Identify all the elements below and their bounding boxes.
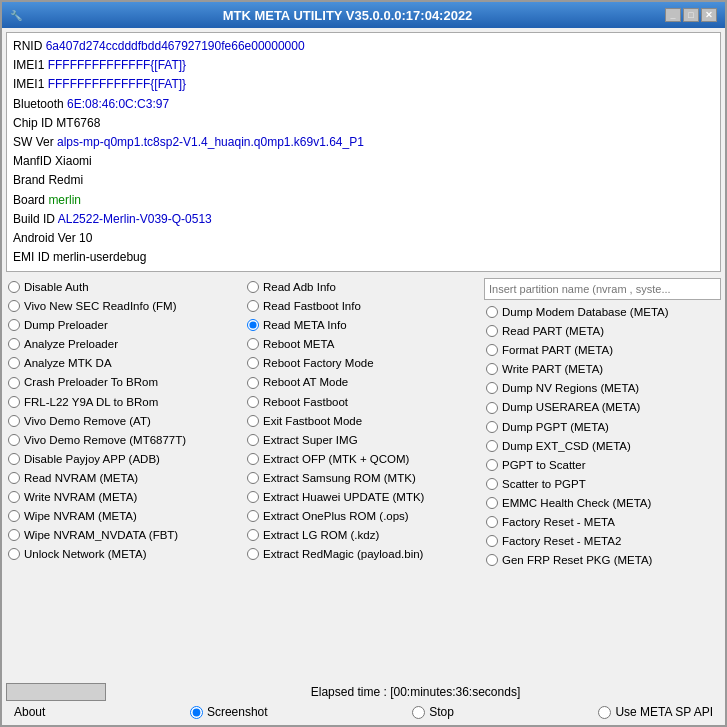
radio-item-exit_fastboot[interactable]: Exit Fastboot Mode	[245, 412, 482, 430]
radio-item-read_adb[interactable]: Read Adb Info	[245, 278, 482, 296]
radio-factory_reset2[interactable]	[486, 535, 498, 547]
radio-item-vivo_sec[interactable]: Vivo New SEC ReadInfo (FM)	[6, 297, 243, 315]
close-button[interactable]: ✕	[701, 8, 717, 22]
use-meta-item[interactable]: Use META SP API	[598, 705, 713, 719]
radio-item-wipe_nvram_nvdata[interactable]: Wipe NVRAM_NVDATA (FBT)	[6, 526, 243, 544]
radio-item-read_nvram[interactable]: Read NVRAM (META)	[6, 469, 243, 487]
radio-extract_huawei[interactable]	[247, 491, 259, 503]
stop-radio[interactable]	[412, 706, 425, 719]
radio-extract_ofp[interactable]	[247, 453, 259, 465]
radio-item-disable_payjoy[interactable]: Disable Payjoy APP (ADB)	[6, 450, 243, 468]
radio-dump_nv_regions[interactable]	[486, 382, 498, 394]
label-dump_userarea[interactable]: Dump USERAREA (META)	[502, 399, 640, 415]
radio-vivo_demo_mt[interactable]	[8, 434, 20, 446]
label-extract_oneplus[interactable]: Extract OnePlus ROM (.ops)	[263, 508, 409, 524]
radio-format_part[interactable]	[486, 344, 498, 356]
label-extract_super[interactable]: Extract Super IMG	[263, 432, 358, 448]
radio-item-reboot_fastboot[interactable]: Reboot Fastboot	[245, 393, 482, 411]
label-gen_frp[interactable]: Gen FRP Reset PKG (META)	[502, 552, 652, 568]
radio-item-emmc_health[interactable]: EMMC Health Check (META)	[484, 494, 721, 512]
radio-disable_auth[interactable]	[8, 281, 20, 293]
radio-item-reboot_factory[interactable]: Reboot Factory Mode	[245, 354, 482, 372]
label-wipe_nvram_nvdata[interactable]: Wipe NVRAM_NVDATA (FBT)	[24, 527, 178, 543]
label-exit_fastboot[interactable]: Exit Fastboot Mode	[263, 413, 362, 429]
stop-label[interactable]: Stop	[429, 705, 454, 719]
radio-item-write_nvram[interactable]: Write NVRAM (META)	[6, 488, 243, 506]
label-reboot_meta[interactable]: Reboot META	[263, 336, 334, 352]
radio-dump_preloader[interactable]	[8, 319, 20, 331]
radio-item-format_part[interactable]: Format PART (META)	[484, 341, 721, 359]
label-extract_redmagic[interactable]: Extract RedMagic (payload.bin)	[263, 546, 423, 562]
label-disable_auth[interactable]: Disable Auth	[24, 279, 89, 295]
radio-item-extract_samsung[interactable]: Extract Samsung ROM (MTK)	[245, 469, 482, 487]
radio-item-wipe_nvram[interactable]: Wipe NVRAM (META)	[6, 507, 243, 525]
radio-crash_preloader[interactable]	[8, 377, 20, 389]
label-crash_preloader[interactable]: Crash Preloader To BRom	[24, 374, 158, 390]
radio-write_part[interactable]	[486, 363, 498, 375]
radio-exit_fastboot[interactable]	[247, 415, 259, 427]
label-reboot_factory[interactable]: Reboot Factory Mode	[263, 355, 374, 371]
label-read_adb[interactable]: Read Adb Info	[263, 279, 336, 295]
label-vivo_demo_mt[interactable]: Vivo Demo Remove (MT6877T)	[24, 432, 186, 448]
radio-dump_userarea[interactable]	[486, 402, 498, 414]
radio-unlock_network[interactable]	[8, 548, 20, 560]
label-write_part[interactable]: Write PART (META)	[502, 361, 603, 377]
radio-item-disable_auth[interactable]: Disable Auth	[6, 278, 243, 296]
radio-item-vivo_demo_at[interactable]: Vivo Demo Remove (AT)	[6, 412, 243, 430]
radio-reboot_meta[interactable]	[247, 338, 259, 350]
radio-scatter_pgpt[interactable]	[486, 478, 498, 490]
label-dump_nv_regions[interactable]: Dump NV Regions (META)	[502, 380, 639, 396]
radio-item-gen_frp[interactable]: Gen FRP Reset PKG (META)	[484, 551, 721, 569]
use-meta-radio[interactable]	[598, 706, 611, 719]
radio-reboot_at[interactable]	[247, 377, 259, 389]
label-format_part[interactable]: Format PART (META)	[502, 342, 613, 358]
label-dump_preloader[interactable]: Dump Preloader	[24, 317, 108, 333]
label-write_nvram[interactable]: Write NVRAM (META)	[24, 489, 137, 505]
label-analyze_preloader[interactable]: Analyze Preloader	[24, 336, 118, 352]
screenshot-radio[interactable]	[190, 706, 203, 719]
screenshot-item[interactable]: Screenshot	[190, 705, 268, 719]
label-emmc_health[interactable]: EMMC Health Check (META)	[502, 495, 651, 511]
radio-item-extract_super[interactable]: Extract Super IMG	[245, 431, 482, 449]
radio-item-dump_userarea[interactable]: Dump USERAREA (META)	[484, 398, 721, 416]
radio-item-dump_ext_csd[interactable]: Dump EXT_CSD (META)	[484, 437, 721, 455]
radio-item-analyze_preloader[interactable]: Analyze Preloader	[6, 335, 243, 353]
radio-item-dump_pgpt[interactable]: Dump PGPT (META)	[484, 418, 721, 436]
label-extract_huawei[interactable]: Extract Huawei UPDATE (MTK)	[263, 489, 424, 505]
screenshot-label[interactable]: Screenshot	[207, 705, 268, 719]
radio-vivo_demo_at[interactable]	[8, 415, 20, 427]
label-read_meta[interactable]: Read META Info	[263, 317, 347, 333]
radio-vivo_sec[interactable]	[8, 300, 20, 312]
label-dump_pgpt[interactable]: Dump PGPT (META)	[502, 419, 609, 435]
radio-item-dump_nv_regions[interactable]: Dump NV Regions (META)	[484, 379, 721, 397]
label-reboot_at[interactable]: Reboot AT Mode	[263, 374, 348, 390]
radio-item-analyze_mtk_da[interactable]: Analyze MTK DA	[6, 354, 243, 372]
label-vivo_demo_at[interactable]: Vivo Demo Remove (AT)	[24, 413, 151, 429]
radio-pgpt_scatter[interactable]	[486, 459, 498, 471]
radio-item-dump_preloader[interactable]: Dump Preloader	[6, 316, 243, 334]
radio-disable_payjoy[interactable]	[8, 453, 20, 465]
label-analyze_mtk_da[interactable]: Analyze MTK DA	[24, 355, 112, 371]
label-dump_ext_csd[interactable]: Dump EXT_CSD (META)	[502, 438, 631, 454]
radio-factory_reset[interactable]	[486, 516, 498, 528]
radio-reboot_factory[interactable]	[247, 357, 259, 369]
radio-item-factory_reset2[interactable]: Factory Reset - META2	[484, 532, 721, 550]
label-extract_samsung[interactable]: Extract Samsung ROM (MTK)	[263, 470, 416, 486]
radio-item-pgpt_scatter[interactable]: PGPT to Scatter	[484, 456, 721, 474]
label-vivo_sec[interactable]: Vivo New SEC ReadInfo (FM)	[24, 298, 177, 314]
label-extract_ofp[interactable]: Extract OFP (MTK + QCOM)	[263, 451, 409, 467]
radio-item-vivo_demo_mt[interactable]: Vivo Demo Remove (MT6877T)	[6, 431, 243, 449]
radio-write_nvram[interactable]	[8, 491, 20, 503]
radio-dump_pgpt[interactable]	[486, 421, 498, 433]
radio-item-reboot_at[interactable]: Reboot AT Mode	[245, 373, 482, 391]
label-reboot_fastboot[interactable]: Reboot Fastboot	[263, 394, 348, 410]
radio-item-factory_reset[interactable]: Factory Reset - META	[484, 513, 721, 531]
label-extract_lg[interactable]: Extract LG ROM (.kdz)	[263, 527, 379, 543]
radio-read_adb[interactable]	[247, 281, 259, 293]
label-disable_payjoy[interactable]: Disable Payjoy APP (ADB)	[24, 451, 160, 467]
radio-reboot_fastboot[interactable]	[247, 396, 259, 408]
radio-extract_lg[interactable]	[247, 529, 259, 541]
radio-extract_samsung[interactable]	[247, 472, 259, 484]
radio-item-extract_ofp[interactable]: Extract OFP (MTK + QCOM)	[245, 450, 482, 468]
label-read_nvram[interactable]: Read NVRAM (META)	[24, 470, 138, 486]
